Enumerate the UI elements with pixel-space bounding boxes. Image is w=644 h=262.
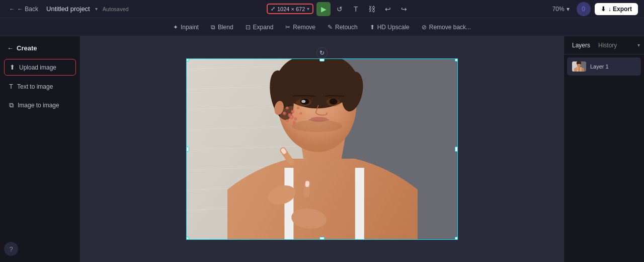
canvas-refresh-handle[interactable]: ↻ [316, 47, 328, 58]
text-to-image-label: Text to image [17, 83, 53, 90]
expand-label: Expand [253, 24, 274, 31]
project-name-dropdown-icon[interactable]: ▾ [95, 6, 98, 12]
resize-icon: ⤢ [271, 6, 275, 12]
remove-tool[interactable]: ✂ Remove [280, 22, 320, 33]
refresh-icon: ↻ [319, 49, 325, 56]
help-icon: ? [9, 245, 13, 253]
text-to-image-button[interactable]: T Text to image [4, 79, 76, 94]
back-label: ← Back [17, 6, 38, 13]
canvas-image [187, 59, 458, 240]
expand-icon: ⊡ [246, 24, 251, 31]
retouch-icon: ✎ [328, 24, 333, 31]
handle-top-middle[interactable] [319, 58, 325, 61]
inpaint-tool[interactable]: ✦ Inpaint [168, 22, 204, 33]
upload-image-label: Upload image [19, 64, 56, 71]
blend-icon: ⧉ [211, 24, 215, 31]
hd-upscale-icon: ⬆ [370, 24, 375, 31]
hd-upscale-label: HD Upscale [377, 24, 410, 31]
layer-thumbnail [572, 61, 586, 72]
zoom-dropdown-icon: ▾ [567, 6, 570, 13]
secondary-toolbar: ✦ Inpaint ⧉ Blend ⊡ Expand ✂ Remove ✎ Re… [0, 18, 644, 36]
canvas-container: ↻ [186, 58, 458, 240]
back-arrow-icon: ← [9, 6, 15, 13]
layer-thumb-canvas [572, 61, 586, 72]
right-panel: Layers History ▾ Layer 1 [564, 36, 644, 262]
notif-count: 0 [582, 6, 585, 13]
export-icon: ⬇ [601, 6, 606, 13]
topbar-left: ← ← Back Untitled project ▾ Autosaved [6, 4, 129, 14]
export-label: ↓ Export [608, 6, 632, 13]
right-panel-header: Layers History ▾ [564, 36, 644, 54]
remove-background-tool[interactable]: ⊘ Remove back... [417, 22, 476, 33]
retouch-tool[interactable]: ✎ Retouch [323, 22, 363, 33]
image-to-image-button[interactable]: ⧉ Image to image [4, 97, 76, 113]
help-button[interactable]: ? [4, 242, 18, 256]
handle-middle-left[interactable] [186, 147, 189, 152]
undo-button[interactable]: ↩ [381, 2, 395, 16]
remove-label: Remove [293, 24, 315, 31]
play-button[interactable]: ▶ [316, 2, 331, 16]
inpaint-label: Inpaint [181, 24, 199, 31]
refresh-button[interactable]: ↺ [333, 2, 347, 16]
text-tool-button[interactable]: T [349, 2, 363, 16]
main-content: ← Create ⬆ Upload image T Text to image … [0, 36, 644, 262]
image-to-image-icon: ⧉ [9, 101, 14, 109]
resolution-text: 1024 × 672 [277, 6, 305, 12]
notifications-button[interactable]: 0 [577, 2, 591, 16]
remove-bg-label: Remove back... [429, 24, 471, 31]
toolbar-icons: ▶ ↺ T ⛓ ↩ ↪ [316, 2, 411, 16]
remove-bg-icon: ⊘ [422, 24, 427, 31]
inpaint-icon: ✦ [173, 24, 178, 31]
panel-title: ← Create [4, 42, 76, 56]
layer-name: Layer 1 [590, 63, 609, 70]
tab-history[interactable]: History [594, 40, 621, 51]
retouch-label: Retouch [335, 24, 358, 31]
topbar-right: 70% ▾ 0 ⬇ ↓ Export [549, 2, 638, 16]
autosaved-label: Autosaved [103, 6, 129, 12]
redo-button[interactable]: ↪ [397, 2, 411, 16]
remove-icon: ✂ [285, 24, 290, 31]
link-tool-button[interactable]: ⛓ [365, 2, 379, 16]
back-button[interactable]: ← ← Back [6, 4, 41, 14]
export-button[interactable]: ⬇ ↓ Export [595, 3, 638, 15]
expand-tool[interactable]: ⊡ Expand [240, 22, 279, 33]
text-to-image-icon: T [9, 83, 13, 90]
image-frame [186, 58, 458, 240]
project-name[interactable]: Untitled project [46, 5, 90, 13]
left-panel: ← Create ⬆ Upload image T Text to image … [0, 36, 80, 262]
topbar: ← ← Back Untitled project ▾ Autosaved ⤢ … [0, 0, 644, 18]
topbar-center: ⤢ 1024 × 672 ▾ ▶ ↺ T ⛓ ↩ ↪ [133, 2, 545, 16]
create-arrow-icon: ← [7, 44, 14, 52]
layer-item[interactable]: Layer 1 [567, 57, 641, 76]
tab-layers[interactable]: Layers [568, 40, 594, 51]
image-to-image-label: Image to image [18, 102, 59, 109]
create-label: Create [17, 44, 37, 52]
upload-image-button[interactable]: ⬆ Upload image [4, 59, 76, 76]
upload-icon: ⬆ [10, 63, 15, 71]
resolution-dropdown-icon: ▾ [307, 6, 309, 12]
right-panel-chevron: ▾ [637, 42, 640, 48]
blend-label: Blend [218, 24, 233, 31]
resolution-badge[interactable]: ⤢ 1024 × 672 ▾ [267, 4, 313, 14]
hd-upscale-tool[interactable]: ⬆ HD Upscale [365, 22, 415, 33]
zoom-control[interactable]: 70% ▾ [549, 4, 573, 14]
zoom-value: 70% [552, 6, 565, 13]
blend-tool[interactable]: ⧉ Blend [206, 22, 238, 33]
handle-top-left[interactable] [186, 58, 189, 61]
canvas-area[interactable]: ↻ [80, 36, 564, 262]
